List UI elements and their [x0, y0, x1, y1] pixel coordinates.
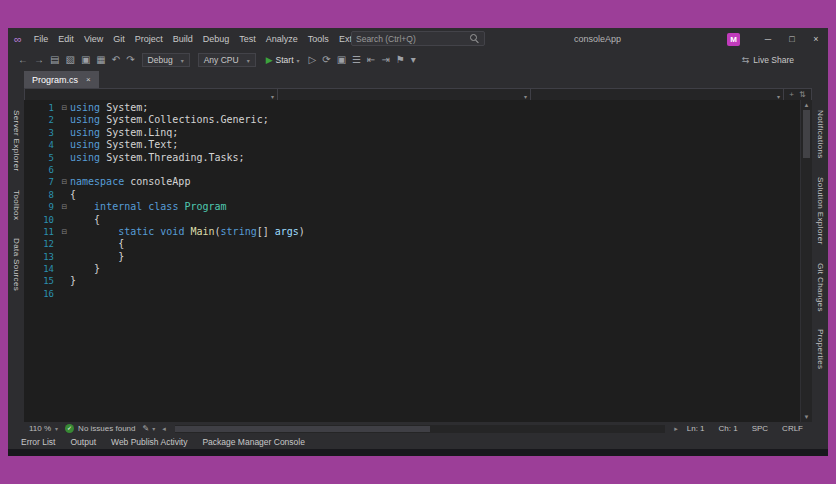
panel-tab-web-publish-activity[interactable]: Web Publish Activity	[104, 435, 194, 449]
tool-tab-solution-explorer[interactable]: Solution Explorer	[816, 177, 825, 245]
start-debugging-button[interactable]: ▶ Start ▾	[266, 55, 300, 65]
menu-git[interactable]: Git	[108, 28, 130, 50]
line-indicator[interactable]: Ln: 1	[687, 424, 705, 433]
toolbar-overflow-icon[interactable]: ▾	[409, 50, 418, 70]
close-tab-icon[interactable]: ×	[86, 75, 91, 84]
code-line-13[interactable]: 13 }	[24, 251, 800, 263]
scroll-up-icon[interactable]: ▲	[801, 101, 812, 109]
hot-reload-icon[interactable]: ⟳	[320, 50, 332, 70]
code-line-15[interactable]: 15}	[24, 275, 800, 287]
panel-tab-package-manager-console[interactable]: Package Manager Console	[195, 435, 312, 449]
live-share-button[interactable]: ⇆ Live Share	[742, 50, 794, 70]
vertical-scrollbar[interactable]: ▲ ▼	[800, 100, 812, 422]
issues-indicator[interactable]: ✓ No issues found	[65, 424, 135, 433]
fold-margin	[59, 288, 70, 300]
menu-edit[interactable]: Edit	[53, 28, 79, 50]
open-file-icon[interactable]: ▧	[63, 50, 76, 70]
code-line-2[interactable]: 2using System.Collections.Generic;	[24, 114, 800, 126]
fold-margin	[59, 164, 70, 176]
tool-tab-server-explorer[interactable]: Server Explorer	[12, 110, 21, 172]
fold-collapse-icon[interactable]: ⊟	[59, 226, 70, 238]
document-tab-strip: Program.cs ×	[24, 70, 812, 88]
undo-icon[interactable]: ↶	[110, 50, 122, 70]
code-line-7[interactable]: 7⊟namespace consoleApp	[24, 176, 800, 188]
indent-decrease-icon[interactable]: ⇤	[365, 50, 377, 70]
fold-collapse-icon[interactable]: ⊟	[59, 176, 70, 188]
code-editor[interactable]: 1⊟using System;2using System.Collections…	[24, 100, 812, 422]
panel-tab-error-list[interactable]: Error List	[14, 435, 62, 449]
code-area: 1⊟using System;2using System.Collections…	[24, 102, 800, 300]
tool-tab-toolbox[interactable]: Toolbox	[12, 190, 21, 220]
nav-forward-icon[interactable]: →	[32, 50, 46, 70]
code-line-16[interactable]: 16	[24, 288, 800, 300]
code-line-5[interactable]: 5using System.Threading.Tasks;	[24, 152, 800, 164]
solution-platform-dropdown[interactable]: Any CPU ▾	[198, 53, 256, 67]
zoom-value: 110 %	[29, 424, 51, 433]
pencil-icon: ✎	[142, 424, 149, 433]
swap-panes-icon[interactable]: ⇅	[799, 90, 806, 99]
redo-icon[interactable]: ↷	[124, 50, 136, 70]
horizontal-scrollbar[interactable]	[175, 425, 666, 433]
panel-tab-output[interactable]: Output	[63, 435, 103, 449]
menu-build[interactable]: Build	[168, 28, 198, 50]
outline-icon[interactable]: ☰	[350, 50, 363, 70]
titlebar: ∞ FileEditViewGitProjectBuildDebugTestAn…	[8, 28, 828, 50]
new-file-icon[interactable]: ▤	[48, 50, 61, 70]
code-line-3[interactable]: 3using System.Linq;	[24, 127, 800, 139]
minimize-button[interactable]: ─	[756, 28, 780, 50]
code-line-1[interactable]: 1⊟using System;	[24, 102, 800, 114]
break-all-icon[interactable]: ▣	[335, 50, 348, 70]
nav-back-icon[interactable]: ←	[16, 50, 30, 70]
bookmark-icon[interactable]: ⚑	[394, 50, 407, 70]
menu-project[interactable]: Project	[130, 28, 168, 50]
zoom-dropdown[interactable]: 110 % ▾	[29, 424, 58, 433]
titlebar-controls: M ─ □ ×	[727, 28, 828, 50]
indent-increase-icon[interactable]: ⇥	[379, 50, 391, 70]
code-line-6[interactable]: 6	[24, 164, 800, 176]
code-line-9[interactable]: 9⊟ internal class Program	[24, 201, 800, 213]
search-icon[interactable]	[470, 34, 479, 43]
menu-analyze[interactable]: Analyze	[261, 28, 303, 50]
menu-tools[interactable]: Tools	[303, 28, 334, 50]
fold-collapse-icon[interactable]: ⊟	[59, 102, 70, 114]
tool-tab-git-changes[interactable]: Git Changes	[816, 263, 825, 312]
solution-configuration-dropdown[interactable]: Debug ▾	[142, 53, 190, 67]
toolbar-debug-icons: ▷⟳▣☰⇤⇥⚑▾	[307, 50, 418, 70]
account-avatar[interactable]: M	[727, 33, 740, 46]
start-without-debugging-icon[interactable]: ▷	[307, 50, 319, 70]
line-ending-indicator[interactable]: CRLF	[782, 424, 803, 433]
code-line-12[interactable]: 12 {	[24, 238, 800, 250]
code-line-11[interactable]: 11⊟ static void Main(string[] args)	[24, 226, 800, 238]
chevron-down-icon: ▾	[55, 425, 58, 432]
column-indicator[interactable]: Ch: 1	[719, 424, 738, 433]
menu-view[interactable]: View	[79, 28, 108, 50]
fold-margin	[59, 139, 70, 151]
code-line-8[interactable]: 8{	[24, 189, 800, 201]
save-all-icon[interactable]: ▦	[94, 50, 107, 70]
maximize-button[interactable]: □	[780, 28, 804, 50]
save-icon[interactable]: ▣	[79, 50, 92, 70]
split-window-icon[interactable]: +	[789, 90, 794, 99]
fold-collapse-icon[interactable]: ⊟	[59, 201, 70, 213]
scroll-down-icon[interactable]: ▼	[801, 413, 812, 421]
scrollbar-thumb[interactable]	[803, 110, 810, 158]
horizontal-scrollbar-thumb[interactable]	[175, 426, 430, 432]
code-line-10[interactable]: 10 {	[24, 214, 800, 226]
menu-debug[interactable]: Debug	[198, 28, 235, 50]
code-line-14[interactable]: 14 }	[24, 263, 800, 275]
menu-file[interactable]: File	[29, 28, 54, 50]
scroll-left-icon[interactable]: ◂	[162, 425, 166, 433]
search-input[interactable]	[352, 34, 470, 44]
tool-tab-data-sources[interactable]: Data Sources	[12, 238, 21, 291]
indentation-indicator[interactable]: SPC	[752, 424, 768, 433]
close-button[interactable]: ×	[804, 28, 828, 50]
tab-program-cs[interactable]: Program.cs ×	[24, 71, 99, 88]
scroll-right-icon[interactable]: ▸	[674, 425, 678, 433]
tool-tab-notifications[interactable]: Notifications	[816, 110, 825, 159]
code-line-4[interactable]: 4using System.Text;	[24, 139, 800, 151]
search-box[interactable]	[351, 31, 485, 46]
document-health-dropdown[interactable]: ✎ ▾	[142, 424, 155, 433]
fold-margin	[59, 251, 70, 263]
menu-test[interactable]: Test	[234, 28, 261, 50]
tool-tab-properties[interactable]: Properties	[816, 329, 825, 369]
